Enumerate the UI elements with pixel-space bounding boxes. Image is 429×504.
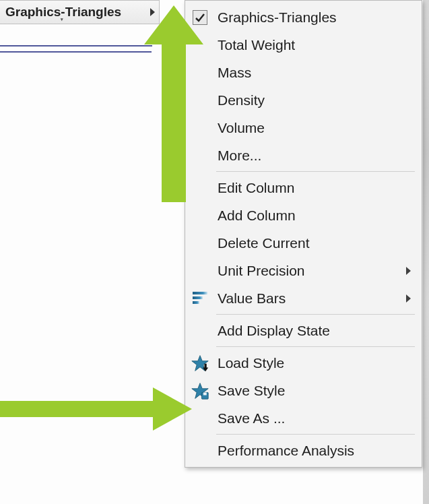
- submenu-arrow-icon: [406, 294, 411, 303]
- menu-item-add-display-state[interactable]: Add Display State: [187, 317, 420, 344]
- menu-item-label: Value Bars: [213, 290, 406, 307]
- svg-marker-6: [0, 387, 192, 431]
- column-header[interactable]: Graphics-Triangles ▾: [0, 0, 160, 24]
- menu-item-delete-current[interactable]: Delete Current: [187, 229, 420, 257]
- menu-item-more[interactable]: More...: [187, 141, 420, 169]
- menu-item-save-as[interactable]: Save As ...: [187, 404, 420, 432]
- load-style-icon: [191, 354, 209, 372]
- menu-item-label: Save Style: [213, 383, 411, 399]
- submenu-arrow-icon: [406, 267, 411, 275]
- header-rule: [0, 45, 152, 46]
- menu-separator: [216, 346, 415, 347]
- checked-icon: [193, 10, 207, 25]
- value-bars-icon: [193, 292, 207, 305]
- menu-item-add-column[interactable]: Add Column: [187, 201, 420, 229]
- menu-item-label: Delete Current: [213, 235, 411, 251]
- menu-item-label: Load Style: [213, 355, 411, 371]
- context-menu: Graphics-TrianglesTotal WeightMassDensit…: [185, 0, 422, 468]
- menu-item-load-style[interactable]: Load Style: [187, 349, 420, 377]
- menu-item-label: Edit Column: [213, 180, 411, 196]
- menu-item-label: Unit Precision: [213, 263, 406, 279]
- menu-item-label: Volume: [213, 120, 411, 136]
- menu-item-unit-precision[interactable]: Unit Precision: [187, 257, 420, 284]
- column-header-label: Graphics-Triangles: [5, 5, 121, 20]
- save-style-icon: [191, 382, 209, 400]
- menu-item-label: Save As ...: [213, 410, 411, 427]
- menu-separator: [216, 171, 415, 172]
- submenu-arrow-icon: [150, 8, 155, 16]
- menu-item-performance-analysis[interactable]: Performance Analysis: [187, 437, 420, 464]
- menu-item-label: More...: [213, 148, 411, 164]
- menu-item-label: Performance Analysis: [213, 443, 411, 459]
- menu-separator: [216, 314, 415, 315]
- menu-item-value-bars[interactable]: Value Bars: [187, 284, 420, 312]
- menu-item-label: Add Column: [213, 208, 411, 224]
- menu-item-save-style[interactable]: Save Style: [187, 377, 420, 404]
- menu-item-total-weight[interactable]: Total Weight: [187, 31, 420, 59]
- menu-item-mass[interactable]: Mass: [187, 59, 420, 86]
- dropdown-indicator-icon: ▾: [61, 17, 63, 22]
- menu-item-label: Graphics-Triangles: [213, 9, 411, 26]
- menu-item-edit-column[interactable]: Edit Column: [187, 174, 420, 201]
- menu-item-label: Total Weight: [213, 37, 411, 53]
- menu-item-graphics-triangles[interactable]: Graphics-Triangles: [187, 3, 420, 31]
- menu-item-label: Mass: [213, 65, 411, 81]
- menu-item-label: Density: [213, 92, 411, 108]
- window-edge: [423, 0, 429, 504]
- menu-item-density[interactable]: Density: [187, 86, 420, 114]
- svg-rect-4: [203, 392, 207, 395]
- annotation-arrow-right: [0, 387, 192, 431]
- menu-item-label: Add Display State: [213, 323, 411, 339]
- menu-item-volume[interactable]: Volume: [187, 114, 420, 141]
- header-rule: [0, 51, 152, 53]
- menu-separator: [216, 434, 415, 435]
